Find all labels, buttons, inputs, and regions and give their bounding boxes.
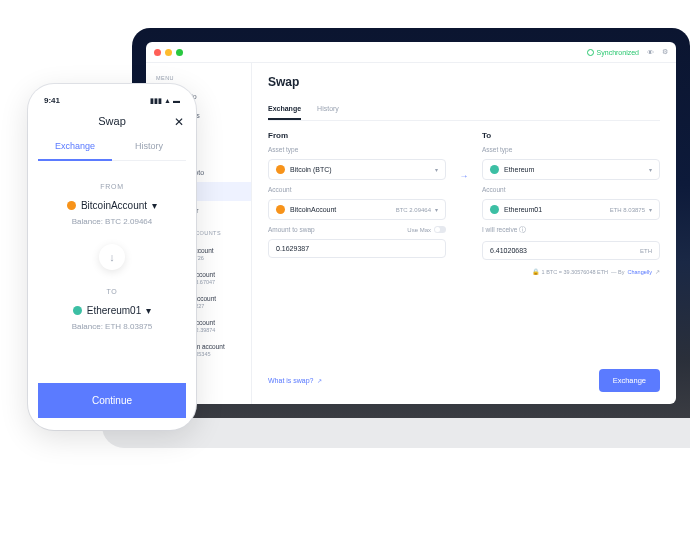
to-balance: Balance: ETH 8.03875 (72, 322, 153, 331)
to-account-select[interactable]: Ethereum01 ▾ (73, 305, 151, 316)
from-account-select[interactable]: BitcoinAccount BTC 2.09464▾ (268, 199, 446, 220)
battery-icon: ▬ (173, 97, 180, 104)
from-amount-input[interactable]: 0.1629387 (268, 239, 446, 258)
provider-link[interactable]: Changelly (628, 269, 652, 275)
from-header: From (268, 131, 446, 140)
close-icon[interactable]: ✕ (174, 115, 184, 129)
main-panel: Swap Exchange History From Asset type Bi… (252, 63, 676, 404)
from-account-select[interactable]: BitcoinAccount ▾ (67, 200, 157, 211)
sync-icon (587, 49, 594, 56)
phone-notch (85, 84, 139, 96)
external-link-icon: ↗ (655, 268, 660, 275)
toggle-icon (434, 226, 446, 233)
from-column: From Asset type Bitcoin (BTC) ▾ Account … (268, 131, 446, 258)
use-max-toggle[interactable]: Use Max (407, 226, 446, 233)
to-column: To Asset type Ethereum ▾ Account Ethereu… (482, 131, 660, 275)
phone-title: Swap (98, 115, 126, 127)
tab-exchange[interactable]: Exchange (38, 133, 112, 161)
receive-label: I will receive ⓘ (482, 226, 526, 235)
to-receive-output: 6.41020683 ETH (482, 241, 660, 260)
bitcoin-icon (276, 165, 285, 174)
to-header: To (482, 131, 660, 140)
account-name: BitcoinAccount (81, 200, 147, 211)
swap-direction-button[interactable]: ↓ (99, 244, 125, 270)
asset-value: Bitcoin (BTC) (290, 166, 332, 173)
amount-label: Amount to swap (268, 226, 315, 233)
status-bar: 9:41 ▮▮▮ ▲ ▬ (38, 96, 186, 105)
window-titlebar: Synchronized 👁 ⚙ (146, 42, 676, 63)
account-value: BitcoinAccount (290, 206, 336, 213)
bitcoin-icon (67, 201, 76, 210)
sync-status: Synchronized (587, 49, 639, 56)
receive-unit: ETH (640, 248, 652, 254)
account-value: Ethereum01 (504, 206, 542, 213)
to-asset-select[interactable]: Ethereum ▾ (482, 159, 660, 180)
external-link-icon: ↗ (317, 377, 322, 384)
ethereum-icon (73, 306, 82, 315)
from-balance: Balance: BTC 2.09464 (72, 217, 153, 226)
settings-icon[interactable]: ⚙ (662, 48, 668, 56)
chevron-down-icon: ▾ (649, 206, 652, 213)
swap-tabs: Exchange History (268, 99, 660, 121)
page-title: Swap (268, 75, 660, 89)
account-label: Account (482, 186, 660, 193)
rate-value: 1 BTC = 39.30576048 ETH (542, 269, 609, 275)
to-account-select[interactable]: Ethereum01 ETH 8.03875▾ (482, 199, 660, 220)
continue-button[interactable]: Continue (38, 383, 186, 418)
laptop-frame: Synchronized 👁 ⚙ Menu 📊Portfolio ▭Accoun… (132, 28, 690, 418)
phone-frame: 9:41 ▮▮▮ ▲ ▬ Swap ✕ Exchange History Fro… (28, 84, 196, 430)
phone-header: Swap ✕ (38, 105, 186, 133)
by-label: — By (611, 269, 624, 275)
wifi-icon: ▲ (164, 97, 171, 104)
signal-icon: ▮▮▮ (150, 97, 162, 105)
chevron-down-icon: ▾ (146, 305, 151, 316)
asset-type-label: Asset type (268, 146, 446, 153)
to-label: To (107, 288, 118, 295)
account-label: Account (268, 186, 446, 193)
exchange-rate: 🔒 1 BTC = 39.30576048 ETH — By Changelly… (482, 268, 660, 275)
maximize-window-dot[interactable] (176, 49, 183, 56)
close-window-dot[interactable] (154, 49, 161, 56)
exchange-button[interactable]: Exchange (599, 369, 660, 392)
from-label: From (100, 183, 123, 190)
ethereum-icon (490, 165, 499, 174)
tab-history[interactable]: History (112, 133, 186, 161)
chevron-down-icon: ▾ (435, 166, 438, 173)
asset-value: Ethereum (504, 166, 534, 173)
minimize-window-dot[interactable] (165, 49, 172, 56)
info-icon[interactable]: ⓘ (519, 226, 526, 233)
account-name: Ethereum01 (87, 305, 141, 316)
tab-exchange[interactable]: Exchange (268, 99, 301, 120)
chevron-down-icon: ▾ (435, 206, 438, 213)
desktop-app: Synchronized 👁 ⚙ Menu 📊Portfolio ▭Accoun… (146, 42, 676, 404)
swap-direction-arrow: → (456, 131, 472, 181)
use-max-label: Use Max (407, 227, 431, 233)
phone-tabs: Exchange History (38, 133, 186, 161)
from-asset-select[interactable]: Bitcoin (BTC) ▾ (268, 159, 446, 180)
chevron-down-icon: ▾ (152, 200, 157, 211)
tab-history[interactable]: History (317, 99, 339, 120)
account-balance: BTC 2.09464 (396, 207, 431, 213)
amount-value: 0.1629387 (276, 245, 309, 252)
ethereum-icon (490, 205, 499, 214)
eye-icon[interactable]: 👁 (647, 49, 654, 56)
sync-label: Synchronized (597, 49, 639, 56)
asset-type-label: Asset type (482, 146, 660, 153)
link-label: What is swap? (268, 377, 314, 384)
status-time: 9:41 (44, 96, 60, 105)
what-is-swap-link[interactable]: What is swap? ↗ (268, 377, 322, 384)
lock-icon: 🔒 (532, 268, 539, 275)
chevron-down-icon: ▾ (649, 166, 652, 173)
receive-value: 6.41020683 (490, 247, 527, 254)
bitcoin-icon (276, 205, 285, 214)
account-balance: ETH 8.03875 (610, 207, 645, 213)
